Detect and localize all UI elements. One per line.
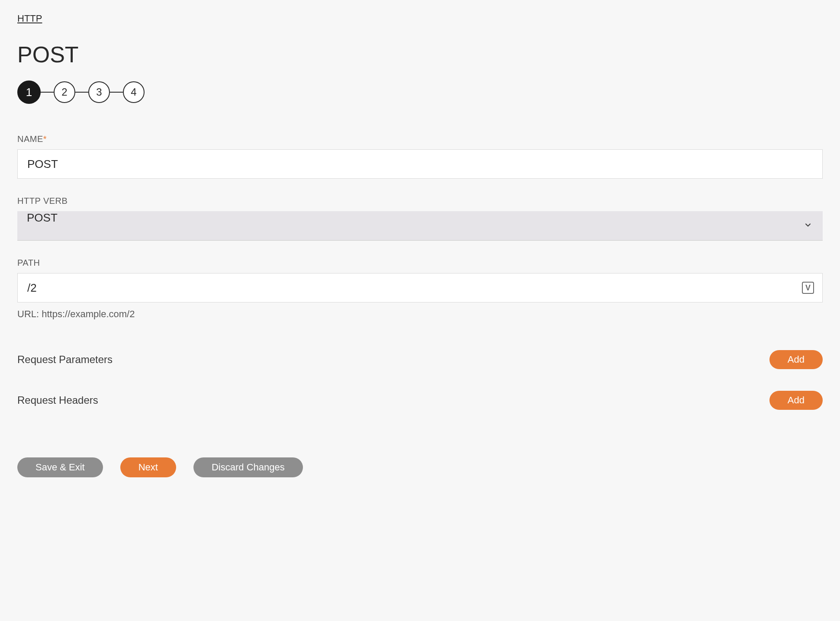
save-exit-button[interactable]: Save & Exit (17, 457, 103, 477)
name-input[interactable] (17, 149, 823, 179)
name-label-text: NAME (17, 134, 43, 144)
path-label: PATH (17, 258, 823, 268)
verb-label: HTTP VERB (17, 196, 823, 206)
next-button[interactable]: Next (120, 457, 176, 477)
name-field-group: NAME* (17, 134, 823, 179)
step-4[interactable]: 4 (123, 81, 145, 103)
breadcrumb-http[interactable]: HTTP (17, 13, 42, 24)
step-3[interactable]: 3 (88, 81, 110, 103)
http-verb-select[interactable]: POST (17, 211, 823, 241)
step-connector (41, 92, 54, 93)
path-input[interactable] (17, 273, 823, 302)
add-parameter-button[interactable]: Add (769, 350, 823, 369)
verb-field-group: HTTP VERB POST (17, 196, 823, 241)
step-connector (75, 92, 88, 93)
request-headers-row: Request Headers Add (17, 391, 823, 410)
required-indicator: * (43, 134, 47, 144)
add-header-button[interactable]: Add (769, 391, 823, 410)
request-headers-label: Request Headers (17, 394, 98, 406)
step-2[interactable]: 2 (54, 81, 75, 103)
discard-changes-button[interactable]: Discard Changes (193, 457, 303, 477)
request-parameters-row: Request Parameters Add (17, 350, 823, 369)
page-title: POST (17, 42, 823, 68)
action-button-bar: Save & Exit Next Discard Changes (17, 457, 823, 477)
step-connector (110, 92, 123, 93)
request-parameters-label: Request Parameters (17, 354, 113, 366)
path-field-group: PATH V URL: https://example.com/2 (17, 258, 823, 320)
variable-icon[interactable]: V (802, 282, 814, 294)
step-1[interactable]: 1 (17, 80, 41, 104)
wizard-stepper: 1 2 3 4 (17, 80, 823, 104)
url-preview: URL: https://example.com/2 (17, 309, 823, 320)
name-label: NAME* (17, 134, 823, 144)
